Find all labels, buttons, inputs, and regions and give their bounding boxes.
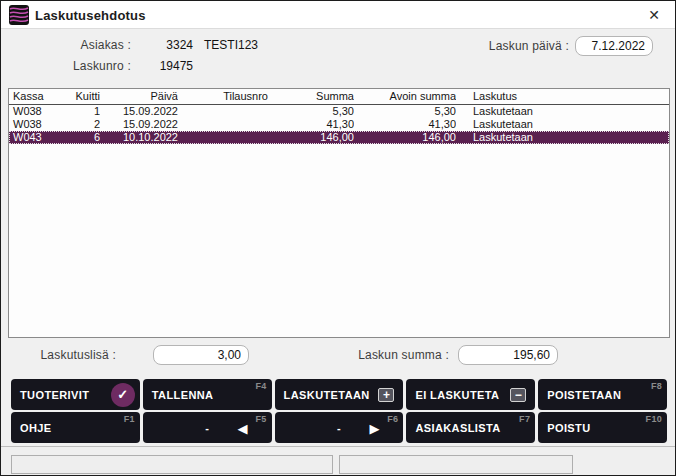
previous-button[interactable]: - ◀ F5: [143, 412, 272, 443]
cell-avoin-summa: 146,00: [354, 131, 456, 144]
table-header-row: Kassa Kuitti Päivä Tilausnro Summa Avoin…: [9, 89, 669, 105]
status-panel: [339, 455, 573, 474]
laskun-summa-input[interactable]: [458, 345, 558, 365]
fkey-label: F1: [124, 414, 135, 424]
status-bar: [1, 446, 675, 476]
ei-laskuteta-button[interactable]: EI LASKUTETA −: [406, 379, 535, 410]
laskun-summa-label: Laskun summa :: [331, 348, 449, 362]
cell-laskutus: Laskutetaan: [456, 105, 669, 118]
plus-icon: +: [378, 388, 394, 402]
button-label: POISTU: [547, 422, 590, 434]
arrow-left-icon: ◀: [238, 420, 248, 435]
cell-summa: 41,30: [268, 118, 354, 131]
poistetaan-button[interactable]: POISTETAAN F8: [538, 379, 667, 410]
column-header-summa: Summa: [268, 89, 354, 104]
asiakas-label: Asiakas :: [1, 38, 131, 52]
tallenna-button[interactable]: TALLENNA F4: [143, 379, 272, 410]
laskunro-value: 19475: [136, 59, 193, 73]
cell-kassa: W038: [9, 105, 59, 118]
cell-kuitti: 2: [59, 118, 100, 131]
column-header-avoin-summa: Avoin summa: [354, 89, 456, 104]
fkey-label: F5: [255, 414, 266, 424]
table-row[interactable]: W038 1 15.09.2022 5,30 5,30 Laskutetaan: [9, 105, 669, 118]
laskun-paiva-label: Laskun päivä :: [441, 39, 569, 53]
cell-tilausnro: [178, 131, 268, 144]
cell-paiva: 15.09.2022: [100, 118, 178, 131]
close-icon[interactable]: ✕: [643, 5, 665, 25]
asiakas-number: 3324: [136, 38, 193, 52]
button-label: POISTETAAN: [547, 389, 621, 401]
table-row-selected[interactable]: W043 6 10.10.2022 146,00 146,00 Laskutet…: [9, 131, 669, 144]
laskunro-label: Laskunro :: [1, 59, 131, 73]
check-circle-icon: ✓: [111, 383, 135, 407]
next-button[interactable]: - ▶ F6: [275, 412, 404, 443]
status-panel: [11, 455, 333, 474]
fkey-label: F8: [651, 381, 662, 391]
cell-paiva: 10.10.2022: [100, 131, 178, 144]
cell-laskutus: Laskutetaan: [456, 131, 669, 144]
fkey-label: F6: [387, 414, 398, 424]
cell-paiva: 15.09.2022: [100, 105, 178, 118]
cell-laskutus: Laskutetaan: [456, 118, 669, 131]
fkey-label: F10: [646, 414, 662, 424]
column-header-paiva: Päivä: [100, 89, 178, 104]
tuoterivit-button[interactable]: TUOTERIVIT ✓: [11, 379, 140, 410]
fkey-label: F4: [255, 381, 266, 391]
cell-kassa: W043: [9, 131, 59, 144]
laskutetaan-button[interactable]: LASKUTETAAN +: [275, 379, 404, 410]
laskun-paiva-input[interactable]: [575, 36, 653, 56]
column-header-kuitti: Kuitti: [59, 89, 100, 104]
cell-summa: 5,30: [268, 105, 354, 118]
asiakaslista-button[interactable]: ASIAKASLISTA F7: [406, 412, 535, 443]
arrow-right-icon: ▶: [369, 420, 379, 435]
button-label: TUOTERIVIT: [20, 389, 89, 401]
cell-summa: 146,00: [268, 131, 354, 144]
ohje-button[interactable]: OHJE F1: [11, 412, 140, 443]
invoice-lines-table: Kassa Kuitti Päivä Tilausnro Summa Avoin…: [8, 88, 670, 338]
column-header-kassa: Kassa: [9, 89, 59, 104]
button-label: TALLENNA: [152, 389, 214, 401]
cell-tilausnro: [178, 105, 268, 118]
cell-kassa: W038: [9, 118, 59, 131]
laskutuslisa-label: Laskutuslisä :: [1, 348, 116, 362]
column-header-laskutus: Laskutus: [456, 89, 669, 104]
button-label: -: [143, 422, 272, 434]
poistu-button[interactable]: POISTU F10: [538, 412, 667, 443]
window-title: Laskutusehdotus: [35, 8, 146, 23]
cell-kuitti: 1: [59, 105, 100, 118]
table-row[interactable]: W038 2 15.09.2022 41,30 41,30 Laskutetaa…: [9, 118, 669, 131]
laskutuslisa-input[interactable]: [153, 345, 249, 365]
cell-tilausnro: [178, 118, 268, 131]
minus-icon: −: [510, 388, 526, 402]
laskutusehdotus-window: Laskutusehdotus ✕ Asiakas : 3324 TESTI12…: [0, 0, 676, 476]
button-label: LASKUTETAAN: [284, 389, 370, 401]
button-label: EI LASKUTETA: [415, 389, 499, 401]
app-logo-icon: [9, 5, 29, 25]
titlebar: Laskutusehdotus ✕: [1, 1, 675, 29]
button-bar: TUOTERIVIT ✓ TALLENNA F4 LASKUTETAAN + E…: [11, 379, 667, 443]
cell-avoin-summa: 41,30: [354, 118, 456, 131]
column-header-tilausnro: Tilausnro: [178, 89, 268, 104]
fkey-label: F7: [519, 414, 530, 424]
asiakas-name: TESTI123: [204, 38, 258, 52]
cell-avoin-summa: 5,30: [354, 105, 456, 118]
cell-kuitti: 6: [59, 131, 100, 144]
button-label: ASIAKASLISTA: [415, 422, 500, 434]
button-label: OHJE: [20, 422, 52, 434]
button-label: -: [275, 422, 404, 434]
